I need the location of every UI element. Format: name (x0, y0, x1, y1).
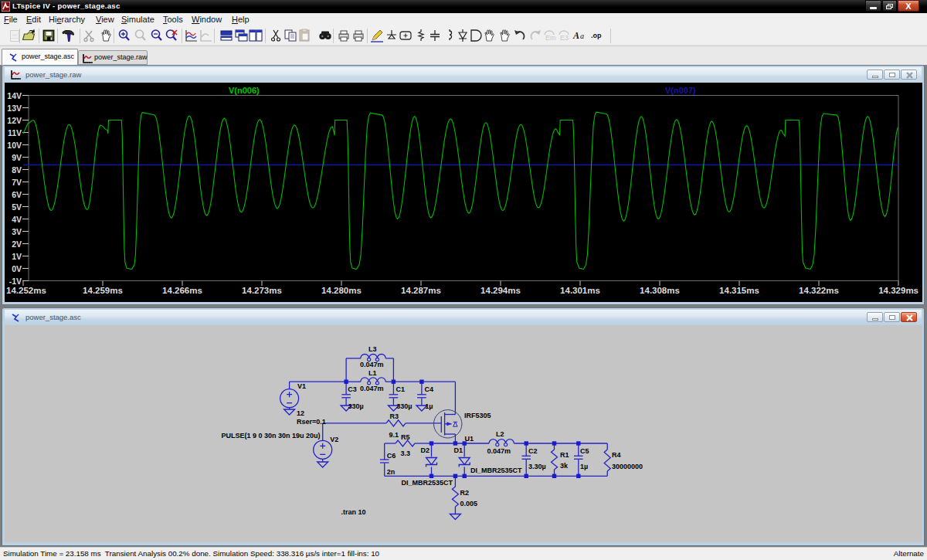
svg-text:L1: L1 (368, 369, 377, 377)
svg-text:11V: 11V (8, 128, 22, 137)
svg-text:C2: C2 (528, 447, 538, 455)
svg-text:14V: 14V (7, 91, 22, 100)
svg-text:C4: C4 (425, 385, 434, 393)
svg-text:R4: R4 (612, 451, 621, 459)
svg-text:U1: U1 (465, 435, 474, 443)
svg-text:14.308ms: 14.308ms (640, 286, 680, 295)
svg-text:DI_MBR2535CT: DI_MBR2535CT (470, 467, 522, 474)
svg-text:330µ: 330µ (396, 402, 412, 410)
svg-text:D2: D2 (421, 446, 430, 454)
svg-text:14.252ms: 14.252ms (6, 286, 46, 295)
svg-text:E3: E3 (560, 34, 569, 42)
svg-text:2n: 2n (387, 468, 396, 476)
svg-text:1µ: 1µ (580, 463, 588, 470)
svg-text:14.266ms: 14.266ms (162, 286, 202, 295)
svg-text:V(n007): V(n007) (665, 86, 696, 95)
svg-text:R3: R3 (390, 412, 399, 420)
svg-text:9.1: 9.1 (389, 431, 399, 439)
svg-text:0.047m: 0.047m (487, 447, 511, 455)
svg-text:14.329ms: 14.329ms (878, 286, 919, 295)
svg-text:a: a (580, 32, 584, 40)
svg-text:14.315ms: 14.315ms (719, 286, 759, 295)
svg-text:6V: 6V (12, 190, 22, 199)
svg-text:4V: 4V (12, 215, 22, 224)
svg-text:7V: 7V (12, 178, 22, 187)
svg-text:14.287ms: 14.287ms (401, 286, 441, 295)
svg-text:C6: C6 (387, 452, 396, 460)
svg-text:14.301ms: 14.301ms (560, 286, 600, 295)
svg-text:PULSE(1 9 0 30n 30n 19u 20u): PULSE(1 9 0 30n 30n 19u 20u) (221, 432, 320, 440)
svg-text:A: A (572, 30, 579, 41)
svg-text:5V: 5V (12, 202, 22, 212)
svg-text:V2: V2 (330, 436, 338, 443)
svg-text:C1: C1 (396, 385, 406, 393)
svg-text:R5: R5 (401, 433, 410, 441)
svg-text:-1V: -1V (9, 277, 22, 286)
svg-text:14.259ms: 14.259ms (83, 286, 123, 295)
svg-text:D1: D1 (454, 446, 464, 454)
svg-text:1µ: 1µ (425, 402, 433, 410)
svg-text:330µ: 330µ (348, 402, 364, 410)
svg-text:9V: 9V (12, 153, 22, 162)
svg-text:DI_MBR2535CT: DI_MBR2535CT (402, 479, 453, 487)
svg-text:14.294ms: 14.294ms (480, 286, 521, 295)
svg-text:0V: 0V (12, 264, 22, 273)
svg-text:.tran 10: .tran 10 (341, 508, 366, 516)
svg-text:12: 12 (297, 409, 304, 417)
svg-text:IRF5305: IRF5305 (464, 412, 491, 419)
svg-text:Em: Em (545, 34, 556, 42)
svg-text:30000000: 30000000 (612, 463, 643, 470)
svg-text:C5: C5 (580, 447, 589, 455)
svg-text:1V: 1V (12, 252, 22, 261)
svg-text:0.047m: 0.047m (360, 361, 384, 368)
svg-text:3V: 3V (12, 227, 22, 236)
svg-text:V(n006): V(n006) (229, 86, 260, 95)
svg-text:V1: V1 (297, 382, 306, 390)
svg-text:14.322ms: 14.322ms (799, 286, 839, 295)
svg-text:R2: R2 (460, 489, 470, 497)
svg-text:Rser=0.1: Rser=0.1 (297, 418, 326, 426)
svg-text:R1: R1 (560, 451, 569, 459)
svg-text:3.30µ: 3.30µ (528, 463, 546, 470)
svg-text:10V: 10V (7, 141, 22, 150)
svg-text:3k: 3k (560, 462, 569, 470)
svg-text:0.047m: 0.047m (360, 385, 384, 392)
svg-text:2V: 2V (12, 239, 22, 249)
svg-text:L2: L2 (496, 430, 504, 438)
svg-text:3.3: 3.3 (401, 450, 411, 457)
svg-text:14.273ms: 14.273ms (242, 286, 282, 295)
svg-text:13V: 13V (7, 104, 22, 113)
svg-text:.op: .op (591, 32, 602, 39)
svg-text:12V: 12V (7, 116, 22, 125)
svg-text:14.280ms: 14.280ms (321, 286, 362, 295)
svg-text:0.005: 0.005 (460, 500, 478, 507)
svg-text:L3: L3 (368, 345, 377, 353)
svg-text:C3: C3 (348, 385, 357, 393)
svg-text:8V: 8V (12, 165, 22, 175)
